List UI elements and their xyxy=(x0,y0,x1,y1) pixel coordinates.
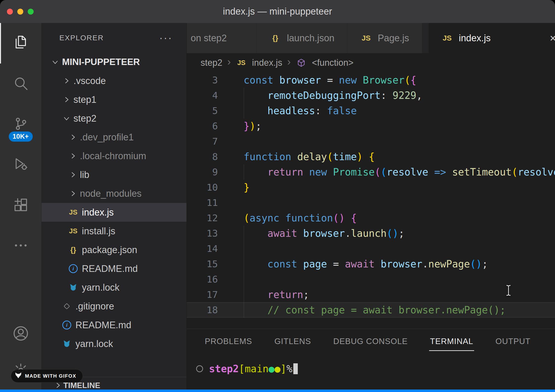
code-line-12[interactable]: 12(async function() { xyxy=(187,210,555,226)
activity-item-more[interactable] xyxy=(0,226,41,266)
code-line-7[interactable]: 7 xyxy=(187,134,555,149)
code-line-17[interactable]: 17 return; xyxy=(187,287,555,302)
tree-item-vscode[interactable]: .vscode xyxy=(42,71,186,90)
yarn-icon xyxy=(68,283,79,292)
chevron-down-icon xyxy=(61,113,72,124)
activity-item-search[interactable] xyxy=(0,64,41,104)
activity-item-explorer[interactable] xyxy=(0,23,41,64)
code-line-11[interactable]: 11 xyxy=(187,195,555,210)
code-line-15[interactable]: 15 const page = await browser.newPage(); xyxy=(187,256,555,272)
tree-item-step1[interactable]: step1 xyxy=(42,90,186,109)
tree-item-readme-md[interactable]: iREADME.md xyxy=(42,259,186,278)
tree-item-label: install.js xyxy=(82,226,115,237)
close-icon[interactable]: ✕ xyxy=(550,33,555,44)
more-actions-icon[interactable]: ··· xyxy=(159,32,173,44)
tab-launch-json[interactable]: {}launch.json xyxy=(257,23,347,53)
terminal[interactable]: step2 [main●●] % xyxy=(187,363,555,374)
breadcrumb-function[interactable]: <function> xyxy=(296,58,353,68)
code-line-3[interactable]: 3const browser = new Browser({ xyxy=(187,72,555,88)
tree-item-install-js[interactable]: JSinstall.js xyxy=(42,222,186,240)
tab-page-js[interactable]: JSPage.js xyxy=(347,23,422,53)
tree-item-yarn-lock[interactable]: yarn.lock xyxy=(42,334,186,353)
line-number: 14 xyxy=(187,241,218,256)
line-number: 5 xyxy=(187,103,218,118)
code-line-16[interactable]: 16 xyxy=(187,272,555,287)
tab-index-js[interactable]: JSindex.js✕ xyxy=(429,23,555,53)
titlebar: index.js — mini-puppeteer xyxy=(0,0,555,23)
tree-item-label: README.md xyxy=(82,263,138,274)
editor-group: on step2{}launch.jsonJSPage.jsJSindex.js… xyxy=(187,23,555,390)
panel-tab-terminal[interactable]: TERMINAL xyxy=(430,331,474,352)
tree-item-local-chromium[interactable]: .local-chromium xyxy=(42,147,186,165)
sidebar-explorer: EXPLORER ··· MINI-PUPPETEER .vscodestep1… xyxy=(42,23,187,390)
code-line-14[interactable]: 14 xyxy=(187,241,555,256)
tree-item-index-js[interactable]: JSindex.js xyxy=(42,203,186,222)
explorer-icon xyxy=(12,34,29,52)
breadcrumb-index-js[interactable]: JSindex.js xyxy=(236,58,282,68)
tree-item-label: step1 xyxy=(73,94,96,105)
breadcrumb-label: <function> xyxy=(312,58,353,68)
code-line-8[interactable]: 8function delay(time) { xyxy=(187,149,555,164)
code-line-13[interactable]: 13 await browser.launch(); xyxy=(187,226,555,241)
tree-item-node-modules[interactable]: node_modules xyxy=(42,184,186,203)
activity-item-account[interactable] xyxy=(0,315,41,352)
minimize-window-button[interactable] xyxy=(17,9,23,15)
panel-tab-output[interactable]: OUTPUT xyxy=(495,331,531,352)
tree-item-yarn-lock[interactable]: yarn.lock xyxy=(42,278,186,297)
code-line-18[interactable]: 18 // const page = await browser.newPage… xyxy=(187,302,555,318)
namespace-icon xyxy=(296,58,307,67)
chevron-right-icon xyxy=(68,188,78,199)
terminal-text: [main xyxy=(239,363,268,374)
tab-label: on step2 xyxy=(191,33,227,44)
json-icon: {} xyxy=(270,34,281,42)
panel-tab-gitlens[interactable]: GITLENS xyxy=(274,331,311,352)
tree-item-label: .vscode xyxy=(73,76,106,86)
tree-root-mini-puppeteer[interactable]: MINI-PUPPETEER xyxy=(42,53,186,71)
tree-item-label: package.json xyxy=(82,245,137,255)
terminal-text: ● xyxy=(275,363,280,374)
code-line-4[interactable]: 4 remoteDebuggingPort: 9229, xyxy=(187,88,555,103)
window-controls xyxy=(7,0,34,23)
scm-badge: 10K+ xyxy=(9,131,33,142)
code-line-6[interactable]: 6}); xyxy=(187,118,555,134)
activity-bar-top: 10K+ xyxy=(0,23,41,266)
breadcrumb-separator-icon: › xyxy=(287,57,291,67)
bottom-panel: PROBLEMSGITLENSDEBUG CONSOLETERMINALOUTP… xyxy=(187,329,555,390)
panel-tab-debug-console[interactable]: DEBUG CONSOLE xyxy=(333,331,408,352)
code-line-text xyxy=(218,134,244,149)
tree-item-label: index.js xyxy=(82,207,114,218)
chevron-right-icon xyxy=(61,75,72,86)
tab-on-step2[interactable]: on step2 xyxy=(187,23,257,53)
tab-label: launch.json xyxy=(287,33,334,44)
gifox-watermark-label: MADE WITH GIFOX xyxy=(25,373,76,379)
tree-item-lib[interactable]: lib xyxy=(42,165,186,184)
code-line-5[interactable]: 5 headless: false xyxy=(187,103,555,118)
panel-tab-problems[interactable]: PROBLEMS xyxy=(204,331,253,352)
terminal-text: step2 xyxy=(209,363,239,374)
activity-item-source-control[interactable]: 10K+ xyxy=(0,104,41,145)
zoom-window-button[interactable] xyxy=(28,9,34,15)
tree-item-package-json[interactable]: {}package.json xyxy=(42,240,186,259)
terminal-text: ● xyxy=(269,363,275,374)
code-line-9[interactable]: 9 return new Promise((resolve => setTime… xyxy=(187,164,555,180)
tree-root-label: MINI-PUPPETEER xyxy=(62,57,140,67)
terminal-text: ] xyxy=(280,363,286,374)
tree-item-readme-md[interactable]: iREADME.md xyxy=(42,316,186,334)
code-line-text: return; xyxy=(218,287,309,302)
breadcrumb-step2[interactable]: step2 xyxy=(201,58,222,68)
tree-item-label: .gitignore xyxy=(75,301,114,312)
more-icon xyxy=(14,239,28,253)
breadcrumb-separator-icon: › xyxy=(227,57,231,67)
code-line-text xyxy=(218,241,244,256)
window-title: index.js — mini-puppeteer xyxy=(223,6,332,17)
code-line-10[interactable]: 10} xyxy=(187,180,555,195)
terminal-cursor xyxy=(293,363,298,374)
tree-item-gitignore[interactable]: .gitignore xyxy=(42,297,186,316)
tree-item-dev-profile1[interactable]: .dev_profile1 xyxy=(42,128,186,147)
line-number: 17 xyxy=(187,287,218,302)
code-editor[interactable]: 3const browser = new Browser({4 remoteDe… xyxy=(187,72,555,329)
activity-item-run-debug[interactable] xyxy=(0,145,41,185)
close-window-button[interactable] xyxy=(7,9,13,15)
activity-item-extensions[interactable] xyxy=(0,185,41,226)
tree-item-step2[interactable]: step2 xyxy=(42,109,186,128)
